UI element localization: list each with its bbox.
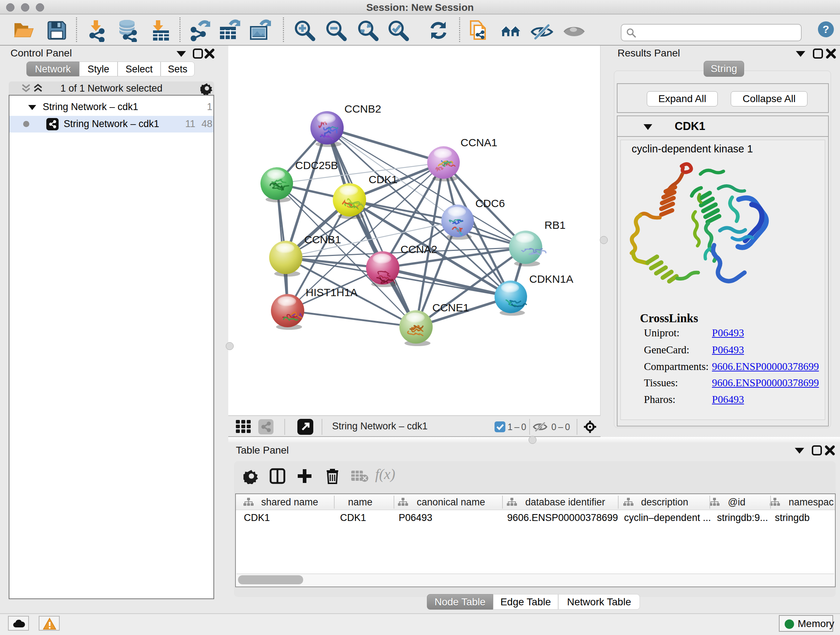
svg-text:RB1: RB1	[545, 219, 565, 231]
svg-text:CCNA2: CCNA2	[401, 243, 437, 255]
svg-text:?: ?	[823, 23, 829, 35]
svg-text:CDK1: CDK1	[369, 173, 398, 185]
svg-text:CCNB2: CCNB2	[344, 103, 381, 115]
svg-text:CCNB1: CCNB1	[304, 233, 341, 245]
svg-text:CDKN1A: CDKN1A	[529, 273, 573, 285]
svg-text:CDC25B: CDC25B	[295, 159, 338, 171]
svg-text:CCNA1: CCNA1	[461, 136, 497, 149]
svg-text:HIST1H1A: HIST1H1A	[306, 287, 357, 298]
svg-text:CDC6: CDC6	[475, 197, 505, 209]
svg-text:CCNE1: CCNE1	[432, 302, 469, 314]
